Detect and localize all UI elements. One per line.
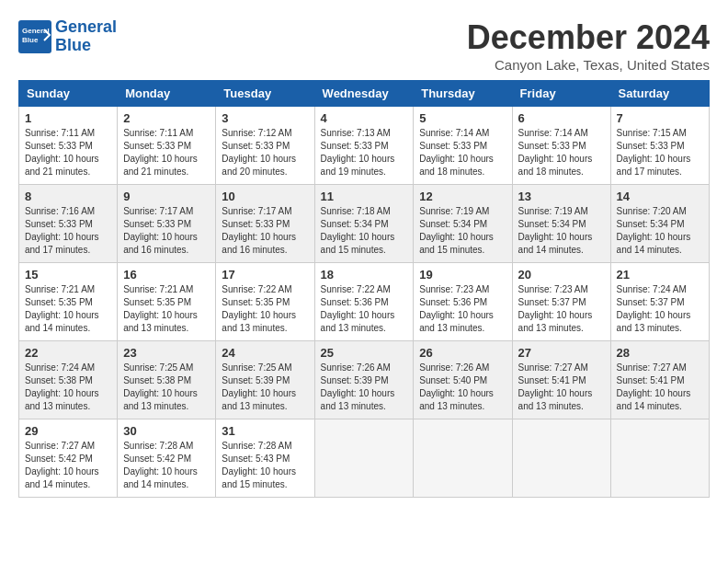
day-cell <box>512 419 610 498</box>
day-info: Sunrise: 7:23 AM Sunset: 5:36 PM Dayligh… <box>419 283 506 335</box>
day-number: 26 <box>419 346 506 360</box>
col-header-tuesday: Tuesday <box>216 81 314 107</box>
day-info: Sunrise: 7:15 AM Sunset: 5:33 PM Dayligh… <box>617 127 703 178</box>
day-cell: 24Sunrise: 7:25 AM Sunset: 5:39 PM Dayli… <box>216 341 314 419</box>
day-info: Sunrise: 7:25 AM Sunset: 5:39 PM Dayligh… <box>222 362 308 413</box>
day-info: Sunrise: 7:12 AM Sunset: 5:33 PM Dayligh… <box>222 127 308 178</box>
day-cell: 23Sunrise: 7:25 AM Sunset: 5:38 PM Dayli… <box>118 341 216 419</box>
day-cell: 25Sunrise: 7:26 AM Sunset: 5:39 PM Dayli… <box>314 341 414 419</box>
day-number: 8 <box>25 190 111 203</box>
day-cell: 28Sunrise: 7:27 AM Sunset: 5:41 PM Dayli… <box>610 341 709 419</box>
week-row-4: 22Sunrise: 7:24 AM Sunset: 5:38 PM Dayli… <box>19 341 710 419</box>
day-cell: 4Sunrise: 7:13 AM Sunset: 5:33 PM Daylig… <box>314 107 414 185</box>
day-number: 27 <box>518 346 605 360</box>
day-info: Sunrise: 7:20 AM Sunset: 5:34 PM Dayligh… <box>617 205 703 257</box>
day-info: Sunrise: 7:26 AM Sunset: 5:39 PM Dayligh… <box>321 362 408 413</box>
day-number: 2 <box>123 111 210 125</box>
day-cell <box>314 419 414 498</box>
header: General Blue General Blue December 2024 … <box>18 18 710 73</box>
day-number: 16 <box>123 268 210 282</box>
day-cell: 10Sunrise: 7:17 AM Sunset: 5:33 PM Dayli… <box>216 185 314 263</box>
week-row-3: 15Sunrise: 7:21 AM Sunset: 5:35 PM Dayli… <box>19 263 710 341</box>
day-info: Sunrise: 7:11 AM Sunset: 5:33 PM Dayligh… <box>25 127 111 178</box>
day-cell: 2Sunrise: 7:11 AM Sunset: 5:33 PM Daylig… <box>118 107 216 185</box>
day-info: Sunrise: 7:11 AM Sunset: 5:33 PM Dayligh… <box>123 127 210 178</box>
title-block: December 2024 Canyon Lake, Texas, United… <box>467 18 710 73</box>
day-cell: 12Sunrise: 7:19 AM Sunset: 5:34 PM Dayli… <box>414 185 512 263</box>
day-info: Sunrise: 7:24 AM Sunset: 5:37 PM Dayligh… <box>617 283 703 335</box>
day-cell <box>414 419 512 498</box>
day-cell: 16Sunrise: 7:21 AM Sunset: 5:35 PM Dayli… <box>118 263 216 341</box>
day-info: Sunrise: 7:22 AM Sunset: 5:36 PM Dayligh… <box>321 283 408 335</box>
day-cell: 22Sunrise: 7:24 AM Sunset: 5:38 PM Dayli… <box>19 341 118 419</box>
day-info: Sunrise: 7:13 AM Sunset: 5:33 PM Dayligh… <box>321 127 408 178</box>
day-number: 5 <box>419 111 506 125</box>
day-cell: 3Sunrise: 7:12 AM Sunset: 5:33 PM Daylig… <box>216 107 314 185</box>
day-cell: 11Sunrise: 7:18 AM Sunset: 5:34 PM Dayli… <box>314 185 414 263</box>
day-info: Sunrise: 7:25 AM Sunset: 5:38 PM Dayligh… <box>123 362 210 413</box>
day-number: 20 <box>518 268 605 282</box>
week-row-5: 29Sunrise: 7:27 AM Sunset: 5:42 PM Dayli… <box>19 419 710 498</box>
day-info: Sunrise: 7:14 AM Sunset: 5:33 PM Dayligh… <box>518 127 605 178</box>
day-cell: 30Sunrise: 7:28 AM Sunset: 5:42 PM Dayli… <box>118 419 216 498</box>
day-number: 24 <box>222 346 308 360</box>
day-cell: 27Sunrise: 7:27 AM Sunset: 5:41 PM Dayli… <box>512 341 610 419</box>
day-info: Sunrise: 7:21 AM Sunset: 5:35 PM Dayligh… <box>123 283 210 335</box>
day-cell: 1Sunrise: 7:11 AM Sunset: 5:33 PM Daylig… <box>19 107 118 185</box>
logo-icon: General Blue <box>18 20 51 53</box>
day-cell: 29Sunrise: 7:27 AM Sunset: 5:42 PM Dayli… <box>19 419 118 498</box>
day-number: 6 <box>518 111 605 125</box>
day-info: Sunrise: 7:19 AM Sunset: 5:34 PM Dayligh… <box>419 205 506 257</box>
day-cell <box>610 419 709 498</box>
day-cell: 6Sunrise: 7:14 AM Sunset: 5:33 PM Daylig… <box>512 107 610 185</box>
col-header-wednesday: Wednesday <box>314 81 414 107</box>
day-info: Sunrise: 7:16 AM Sunset: 5:33 PM Dayligh… <box>25 205 111 257</box>
day-number: 30 <box>123 424 210 438</box>
day-number: 12 <box>419 190 506 203</box>
day-cell: 17Sunrise: 7:22 AM Sunset: 5:35 PM Dayli… <box>216 263 314 341</box>
day-cell: 5Sunrise: 7:14 AM Sunset: 5:33 PM Daylig… <box>414 107 512 185</box>
day-number: 9 <box>123 190 210 203</box>
logo-text: General Blue <box>55 18 117 55</box>
day-info: Sunrise: 7:19 AM Sunset: 5:34 PM Dayligh… <box>518 205 605 257</box>
calendar-title: December 2024 <box>467 18 710 57</box>
day-number: 25 <box>321 346 408 360</box>
day-number: 22 <box>25 346 111 360</box>
day-number: 14 <box>617 190 703 203</box>
day-cell: 18Sunrise: 7:22 AM Sunset: 5:36 PM Dayli… <box>314 263 414 341</box>
header-row: SundayMondayTuesdayWednesdayThursdayFrid… <box>19 81 710 107</box>
day-info: Sunrise: 7:21 AM Sunset: 5:35 PM Dayligh… <box>25 283 111 335</box>
logo-blue: Blue <box>55 36 91 54</box>
day-number: 23 <box>123 346 210 360</box>
day-info: Sunrise: 7:17 AM Sunset: 5:33 PM Dayligh… <box>123 205 210 257</box>
day-cell: 13Sunrise: 7:19 AM Sunset: 5:34 PM Dayli… <box>512 185 610 263</box>
day-cell: 15Sunrise: 7:21 AM Sunset: 5:35 PM Dayli… <box>19 263 118 341</box>
col-header-thursday: Thursday <box>414 81 512 107</box>
week-row-2: 8Sunrise: 7:16 AM Sunset: 5:33 PM Daylig… <box>19 185 710 263</box>
day-number: 19 <box>419 268 506 282</box>
day-info: Sunrise: 7:18 AM Sunset: 5:34 PM Dayligh… <box>321 205 408 257</box>
day-number: 7 <box>617 111 703 125</box>
day-number: 3 <box>222 111 308 125</box>
calendar-table: SundayMondayTuesdayWednesdayThursdayFrid… <box>18 80 710 498</box>
svg-text:Blue: Blue <box>22 36 39 44</box>
day-number: 18 <box>321 268 408 282</box>
logo-general: General <box>55 17 117 36</box>
day-number: 11 <box>321 190 408 203</box>
col-header-monday: Monday <box>118 81 216 107</box>
day-cell: 7Sunrise: 7:15 AM Sunset: 5:33 PM Daylig… <box>610 107 709 185</box>
week-row-1: 1Sunrise: 7:11 AM Sunset: 5:33 PM Daylig… <box>19 107 710 185</box>
day-info: Sunrise: 7:24 AM Sunset: 5:38 PM Dayligh… <box>25 362 111 413</box>
day-number: 1 <box>25 111 111 125</box>
day-info: Sunrise: 7:26 AM Sunset: 5:40 PM Dayligh… <box>419 362 506 413</box>
day-info: Sunrise: 7:28 AM Sunset: 5:42 PM Dayligh… <box>123 440 210 491</box>
calendar-subtitle: Canyon Lake, Texas, United States <box>467 57 710 73</box>
day-info: Sunrise: 7:28 AM Sunset: 5:43 PM Dayligh… <box>222 440 308 491</box>
col-header-saturday: Saturday <box>610 81 709 107</box>
day-info: Sunrise: 7:27 AM Sunset: 5:41 PM Dayligh… <box>518 362 605 413</box>
day-number: 31 <box>222 424 308 438</box>
day-info: Sunrise: 7:14 AM Sunset: 5:33 PM Dayligh… <box>419 127 506 178</box>
day-number: 15 <box>25 268 111 282</box>
day-cell: 20Sunrise: 7:23 AM Sunset: 5:37 PM Dayli… <box>512 263 610 341</box>
day-number: 13 <box>518 190 605 203</box>
